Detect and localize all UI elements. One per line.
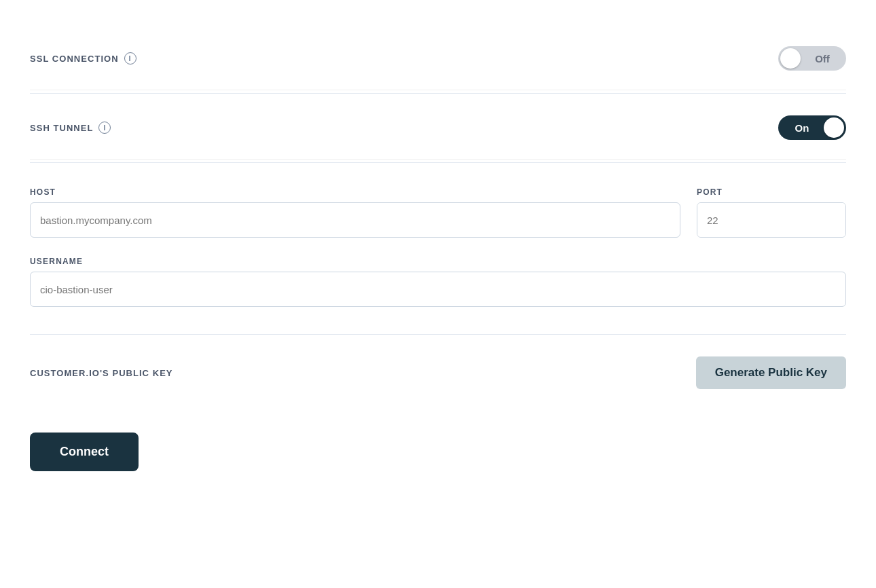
ssl-info-icon[interactable]: i: [124, 52, 136, 65]
divider-1: [30, 93, 846, 94]
port-input-wrapper: ▲ ▼: [697, 202, 846, 238]
generate-public-key-button[interactable]: Generate Public Key: [696, 356, 846, 389]
connect-section: Connect: [30, 422, 846, 471]
ssl-toggle-thumb: [780, 48, 801, 69]
ssl-toggle[interactable]: Off: [778, 46, 846, 71]
ssh-label-text: SSH TUNNEL: [30, 123, 93, 133]
ssl-label-text: SSL CONNECTION: [30, 54, 119, 64]
ssh-tunnel-label: SSH TUNNEL i: [30, 122, 111, 134]
ssl-connection-section: SSL CONNECTION i Off: [30, 27, 846, 90]
ssh-toggle[interactable]: On: [778, 115, 846, 140]
username-field-group: USERNAME: [30, 257, 846, 307]
host-port-section: HOST PORT ▲ ▼ USERNAME: [30, 166, 846, 331]
host-label: HOST: [30, 187, 680, 197]
connect-button[interactable]: Connect: [30, 433, 139, 471]
ssh-tunnel-section: SSH TUNNEL i On: [30, 96, 846, 160]
port-label: PORT: [697, 187, 846, 197]
public-key-label: CUSTOMER.IO'S PUBLIC KEY: [30, 368, 173, 378]
port-spinners: ▲ ▼: [845, 203, 846, 237]
host-input[interactable]: [30, 202, 680, 238]
host-port-row: HOST PORT ▲ ▼: [30, 187, 846, 238]
username-label: USERNAME: [30, 257, 846, 266]
username-input[interactable]: [30, 272, 846, 307]
divider-2: [30, 162, 846, 163]
divider-3: [30, 334, 846, 335]
port-field-group: PORT ▲ ▼: [697, 187, 846, 238]
ssl-connection-label: SSL CONNECTION i: [30, 52, 136, 65]
port-input[interactable]: [697, 203, 845, 237]
ssh-toggle-thumb: [824, 117, 844, 138]
public-key-section: CUSTOMER.IO'S PUBLIC KEY Generate Public…: [30, 337, 846, 408]
host-field-group: HOST: [30, 187, 680, 238]
ssh-info-icon[interactable]: i: [98, 122, 111, 134]
ssh-toggle-label: On: [780, 122, 824, 134]
ssl-toggle-label: Off: [801, 53, 844, 65]
